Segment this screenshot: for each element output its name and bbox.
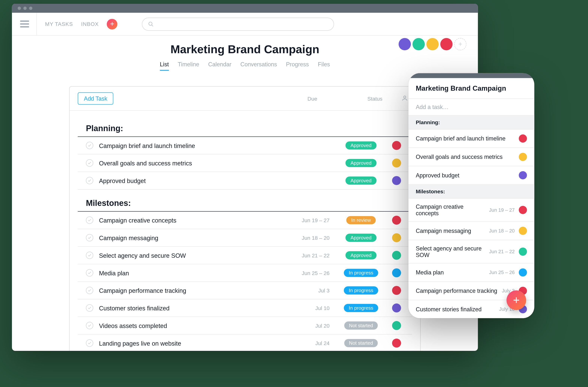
hamburger-menu-icon[interactable] — [20, 13, 37, 35]
mobile-assignee-avatar[interactable] — [519, 227, 527, 235]
mobile-assignee-avatar[interactable] — [519, 248, 527, 256]
mobile-task-row[interactable]: Media planJun 25 – 26 — [408, 263, 534, 282]
section-title[interactable]: Planning: — [78, 115, 412, 137]
task-row[interactable]: Campaign messagingJun 18 – 20Approved — [78, 229, 412, 247]
nav-my-tasks[interactable]: MY TASKS — [45, 21, 73, 27]
mobile-section-title[interactable]: Milestones: — [408, 185, 534, 198]
status-pill[interactable]: Approved — [346, 233, 376, 242]
complete-checkbox[interactable] — [86, 322, 93, 329]
assignee-avatar[interactable] — [392, 339, 401, 348]
assignee-avatar[interactable] — [392, 233, 401, 242]
tab-timeline[interactable]: Timeline — [178, 61, 199, 71]
tab-progress[interactable]: Progress — [286, 61, 309, 71]
mobile-task-row[interactable]: Select agency and secure SOWJun 21 – 22 — [408, 240, 534, 263]
mobile-window: Marketing Brand Campaign Add a task… Pla… — [408, 73, 534, 318]
complete-checkbox[interactable] — [86, 216, 93, 224]
status-pill[interactable]: In progress — [344, 269, 378, 277]
assignee-avatar[interactable] — [392, 158, 401, 168]
tab-conversations[interactable]: Conversations — [240, 61, 277, 71]
search-field[interactable] — [154, 20, 328, 27]
mobile-task-row[interactable]: Campaign creative conceptsJun 19 – 27 — [408, 198, 534, 222]
assignee-avatar[interactable] — [392, 176, 401, 185]
tab-calendar[interactable]: Calendar — [208, 61, 231, 71]
mobile-assignee-avatar[interactable] — [519, 269, 527, 277]
window-dot — [23, 7, 27, 10]
assignee-avatar[interactable] — [392, 286, 401, 295]
complete-checkbox[interactable] — [86, 159, 93, 167]
mobile-task-name: Select agency and secure SOW — [416, 245, 485, 258]
complete-checkbox[interactable] — [86, 252, 93, 259]
mobile-section-title[interactable]: Planning: — [408, 116, 534, 129]
mobile-assignee-avatar[interactable] — [519, 135, 527, 143]
svg-line-1 — [152, 25, 153, 26]
assignee-avatar[interactable] — [392, 321, 401, 330]
mobile-add-task[interactable]: Add a task… — [408, 98, 534, 116]
status-pill[interactable]: Not started — [344, 339, 378, 347]
nav-inbox[interactable]: INBOX — [81, 21, 99, 27]
mobile-fab-create[interactable]: + — [506, 290, 526, 310]
assignee-avatar[interactable] — [392, 251, 401, 260]
complete-checkbox[interactable] — [86, 339, 93, 347]
column-due: Due — [308, 95, 353, 101]
complete-checkbox[interactable] — [86, 269, 93, 276]
status-pill[interactable]: Approved — [346, 251, 376, 259]
mobile-task-name: Campaign performance tracking — [416, 288, 498, 294]
task-row[interactable]: Videos assets completedJul 20Not started — [78, 317, 412, 334]
task-row[interactable]: Landing pages live on websiteJul 24Not s… — [78, 334, 412, 351]
complete-checkbox[interactable] — [86, 287, 93, 294]
assignee-avatar[interactable] — [392, 141, 401, 150]
task-row[interactable]: Media planJun 25 – 26In progress — [78, 264, 412, 282]
assignee-avatar[interactable] — [392, 304, 401, 312]
assignee-avatar[interactable] — [392, 269, 401, 277]
status-pill[interactable]: In progress — [344, 286, 378, 295]
status-pill[interactable]: Approved — [346, 141, 376, 150]
mobile-assignee-avatar[interactable] — [519, 171, 527, 179]
mobile-assignee-avatar[interactable] — [519, 206, 527, 214]
status-pill[interactable]: Approved — [346, 159, 376, 167]
assignee-avatar[interactable] — [392, 216, 401, 225]
mobile-task-due: Jun 18 – 20 — [489, 228, 515, 234]
mobile-task-row[interactable]: Campaign messagingJun 18 – 20 — [408, 222, 534, 240]
section-title[interactable]: Milestones: — [78, 190, 412, 212]
mobile-task-name: Campaign creative concepts — [416, 203, 485, 216]
list-header: Add Task Due Status — [70, 87, 420, 111]
task-row[interactable]: Campaign performance trackingJul 3In pro… — [78, 282, 412, 300]
task-row[interactable]: Customer stories finalizedJul 10In progr… — [78, 299, 412, 317]
task-row[interactable]: Overall goals and success metricsApprove… — [78, 154, 412, 172]
status-pill[interactable]: Approved — [346, 176, 376, 185]
task-name: Select agency and secure SOW — [99, 252, 282, 259]
mobile-assignee-avatar[interactable] — [519, 153, 527, 161]
tab-list[interactable]: List — [160, 61, 169, 71]
list-content: Add Task Due Status Planning:Campaign br… — [12, 74, 478, 351]
search-input[interactable] — [142, 18, 334, 31]
task-row[interactable]: Select agency and secure SOWJun 21 – 22A… — [78, 247, 412, 264]
task-name: Campaign messaging — [99, 234, 282, 241]
task-row[interactable]: Campaign creative conceptsJun 19 – 27In … — [78, 212, 412, 229]
member-avatar[interactable] — [413, 38, 425, 50]
complete-checkbox[interactable] — [86, 142, 93, 149]
status-pill[interactable]: Not started — [344, 321, 378, 330]
desktop-window: MY TASKS INBOX + Marketing Brand Campaig… — [12, 4, 478, 351]
complete-checkbox[interactable] — [86, 234, 93, 241]
status-pill[interactable]: In progress — [344, 304, 378, 312]
project-header: Marketing Brand Campaign ListTimelineCal… — [12, 36, 478, 74]
mobile-task-row[interactable]: Campaign brief and launch timeline — [408, 129, 534, 148]
mobile-task-row[interactable]: Approved budget — [408, 166, 534, 185]
member-avatar[interactable] — [440, 38, 452, 50]
global-create-button[interactable]: + — [107, 19, 118, 29]
add-member-button[interactable]: + — [454, 38, 466, 50]
complete-checkbox[interactable] — [86, 177, 93, 184]
mobile-task-row[interactable]: Overall goals and success metrics — [408, 148, 534, 166]
topbar: MY TASKS INBOX + — [12, 13, 478, 36]
member-avatar[interactable] — [399, 38, 411, 50]
task-row[interactable]: Approved budgetApproved — [78, 172, 412, 190]
member-avatar[interactable] — [426, 38, 439, 50]
task-row[interactable]: Campaign brief and launch timelineApprov… — [78, 137, 412, 155]
tab-files[interactable]: Files — [318, 61, 330, 71]
svg-point-2 — [404, 96, 406, 98]
status-pill[interactable]: In review — [346, 216, 376, 224]
task-due: Jun 25 – 26 — [288, 270, 333, 276]
add-task-button[interactable]: Add Task — [78, 92, 113, 104]
complete-checkbox[interactable] — [86, 304, 93, 311]
task-due: Jul 20 — [288, 322, 333, 329]
